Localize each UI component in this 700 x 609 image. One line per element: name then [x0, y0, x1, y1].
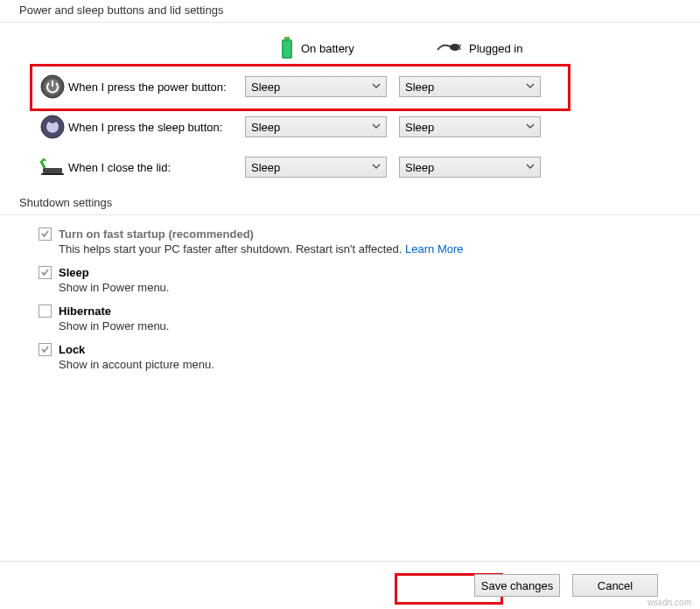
- select-sleep-battery[interactable]: Sleep: [245, 116, 387, 137]
- section-title-buttons: Power and sleep buttons and lid settings: [0, 0, 700, 20]
- battery-icon: [280, 37, 294, 60]
- power-icon: [40, 74, 65, 99]
- option-title: Turn on fast startup (recommended): [59, 228, 254, 241]
- label-lid: When I close the lid:: [68, 161, 245, 174]
- label-sleep-button: When I press the sleep button:: [68, 121, 245, 134]
- select-value: Sleep: [405, 80, 434, 94]
- chevron-down-icon: [372, 122, 381, 130]
- checkbox-fast-startup[interactable]: [38, 228, 52, 241]
- select-power-battery[interactable]: Sleep: [245, 76, 387, 97]
- plug-icon: [436, 41, 462, 55]
- svg-rect-10: [41, 173, 64, 175]
- row-power-button: When I press the power button: Sleep Sle…: [0, 66, 700, 107]
- footer: Save changes Cancel: [0, 561, 700, 609]
- option-fast-startup: Turn on fast startup (recommended) This …: [38, 228, 700, 256]
- option-desc: Show in account picture menu.: [59, 358, 700, 371]
- option-title: Hibernate: [59, 304, 111, 318]
- option-title: Sleep: [59, 266, 89, 279]
- chevron-down-icon: [372, 81, 381, 90]
- learn-more-link[interactable]: Learn More: [405, 242, 463, 256]
- checkbox-sleep[interactable]: [38, 266, 52, 279]
- select-value: Sleep: [251, 121, 280, 134]
- svg-rect-9: [43, 168, 62, 173]
- checkbox-lock[interactable]: [38, 343, 52, 356]
- save-changes-button[interactable]: Save changes: [474, 574, 560, 597]
- select-lid-battery[interactable]: Sleep: [245, 157, 387, 178]
- select-value: Sleep: [251, 161, 280, 174]
- row-sleep-button: When I press the sleep button: Sleep Sle…: [0, 107, 700, 147]
- chevron-down-icon: [526, 81, 535, 90]
- select-value: Sleep: [405, 121, 434, 134]
- label-power-button: When I press the power button:: [68, 80, 245, 94]
- column-header-row: On battery Plugged in: [0, 30, 700, 66]
- select-value: Sleep: [251, 80, 280, 94]
- select-value: Sleep: [405, 161, 434, 174]
- laptop-lid-icon: [39, 158, 66, 177]
- sleep-icon: [40, 115, 65, 139]
- cancel-button[interactable]: Cancel: [572, 574, 658, 597]
- svg-rect-5: [458, 48, 461, 50]
- column-label-battery: On battery: [301, 42, 354, 55]
- desc-text: This helps start your PC faster after sh…: [59, 242, 402, 256]
- select-lid-plugged[interactable]: Sleep: [399, 157, 541, 178]
- option-desc: This helps start your PC faster after sh…: [59, 242, 700, 256]
- chevron-down-icon: [372, 162, 381, 171]
- svg-rect-4: [458, 45, 461, 46]
- option-desc: Show in Power menu.: [59, 281, 700, 294]
- option-lock: Lock Show in account picture menu.: [38, 343, 700, 371]
- svg-rect-0: [284, 37, 290, 39]
- column-label-plugged: Plugged in: [469, 42, 522, 55]
- option-title: Lock: [59, 343, 85, 356]
- chevron-down-icon: [526, 162, 535, 171]
- checkbox-hibernate[interactable]: [38, 304, 52, 318]
- section-title-shutdown: Shutdown settings: [0, 192, 700, 213]
- watermark: wsxdn.com: [648, 598, 691, 607]
- divider: [0, 22, 700, 23]
- option-desc: Show in Power menu.: [59, 319, 700, 332]
- divider: [0, 214, 700, 215]
- option-hibernate: Hibernate Show in Power menu.: [38, 304, 700, 332]
- select-power-plugged[interactable]: Sleep: [399, 76, 541, 97]
- option-sleep: Sleep Show in Power menu.: [38, 266, 700, 294]
- row-lid: When I close the lid: Sleep Sleep: [0, 147, 700, 187]
- svg-rect-2: [284, 41, 290, 57]
- chevron-down-icon: [526, 122, 535, 130]
- select-sleep-plugged[interactable]: Sleep: [399, 116, 541, 137]
